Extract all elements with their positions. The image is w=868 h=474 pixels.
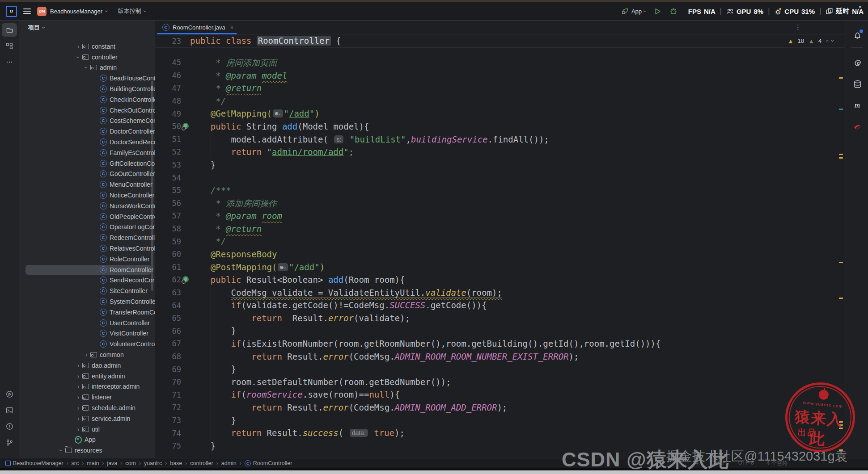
scrollbar-mark[interactable] bbox=[839, 157, 843, 159]
tree-item-MenuController[interactable]: CMenuController bbox=[19, 179, 155, 190]
breadcrumb-item-main[interactable]: main bbox=[87, 460, 99, 466]
tree-item-GoOutController[interactable]: CGoOutController bbox=[19, 169, 155, 180]
tree-item-interceptor.admin[interactable]: ›interceptor.admin bbox=[19, 382, 155, 392]
breadcrumb-item-admin[interactable]: admin bbox=[221, 460, 237, 466]
code-line-55[interactable]: 55 /*** bbox=[155, 184, 845, 197]
line-number[interactable]: 72 bbox=[155, 403, 181, 412]
line-number[interactable]: 60 bbox=[155, 250, 181, 259]
line-number[interactable]: 45 bbox=[155, 58, 181, 67]
tree-item-entity.admin[interactable]: ›entity.admin bbox=[19, 371, 155, 382]
tree-item-admin[interactable]: ›admin bbox=[19, 63, 155, 73]
line-number[interactable]: 47 bbox=[155, 84, 181, 92]
notifications-icon[interactable] bbox=[846, 29, 868, 42]
code-line-49[interactable]: 49 @GetMapping(⊕›"/add") bbox=[155, 107, 845, 120]
breadcrumb-item-yuanlrc[interactable]: yuanlrc bbox=[144, 460, 162, 466]
line-number[interactable]: 57 bbox=[155, 211, 181, 220]
tree-item-TransferRoomController[interactable]: CTransferRoomController bbox=[19, 307, 155, 318]
line-number[interactable]: 59 bbox=[155, 237, 181, 246]
scrollbar-mark[interactable] bbox=[839, 449, 843, 451]
idea-logo-icon[interactable]: IJ bbox=[6, 6, 17, 17]
line-number[interactable]: 69 bbox=[155, 365, 181, 374]
version-control-icon[interactable] bbox=[2, 436, 17, 449]
line-number[interactable]: 50 bbox=[155, 122, 181, 131]
structure-icon[interactable] bbox=[2, 39, 17, 53]
line-number[interactable]: 49 bbox=[155, 109, 181, 118]
chevron-collapsed-icon[interactable]: › bbox=[83, 351, 90, 358]
code-line-56[interactable]: 56 * 添加房间操作 bbox=[155, 197, 845, 210]
tree-item-OperatorLogController[interactable]: COperatorLogController bbox=[19, 222, 155, 233]
tree-item-constant[interactable]: ›constant bbox=[19, 41, 155, 52]
tree-item-controller[interactable]: ›controller bbox=[19, 52, 155, 63]
line-number[interactable]: 58 bbox=[155, 224, 181, 233]
chevron-collapsed-icon[interactable]: › bbox=[75, 426, 82, 433]
spring-mapping-gutter-icon[interactable] bbox=[182, 123, 189, 129]
url-mapping-inlay-icon[interactable]: ⊕› bbox=[278, 263, 288, 271]
line-number[interactable]: 55 bbox=[155, 186, 181, 195]
code-line-60[interactable]: 60 @ResponseBody bbox=[155, 248, 845, 261]
chevron-collapsed-icon[interactable]: › bbox=[75, 362, 82, 369]
code-line-51[interactable]: 51 model.addAttribute( s: "buildList",bu… bbox=[155, 133, 845, 146]
code-line-72[interactable]: 72 return Result.error(CodeMsg.ADMIN_ROO… bbox=[155, 401, 845, 414]
scrollbar-mark[interactable] bbox=[839, 77, 843, 79]
tree-item-RelativesController[interactable]: CRelativesController bbox=[19, 243, 155, 254]
chevron-expanded-icon[interactable]: › bbox=[75, 54, 82, 61]
tree-item-SystemController[interactable]: CSystemController bbox=[19, 296, 155, 307]
code-line-54[interactable]: 54 bbox=[155, 171, 845, 184]
plugin-icon[interactable] bbox=[846, 120, 868, 134]
line-number[interactable]: 53 bbox=[155, 160, 181, 169]
editor-options-icon[interactable]: ⋮ bbox=[795, 23, 801, 31]
problems-icon[interactable] bbox=[2, 419, 17, 433]
line-number[interactable]: 52 bbox=[155, 147, 181, 156]
code-line-63[interactable]: 63 CodeMsg validate = ValidateEntityUtil… bbox=[155, 286, 845, 299]
tree-item-CostSchemeController[interactable]: CCostSchemeController bbox=[19, 116, 155, 126]
tree-item-GiftCollectionController[interactable]: CGiftCollectionController bbox=[19, 158, 155, 169]
scrollbar-mark[interactable] bbox=[839, 109, 843, 110]
chevron-collapsed-icon[interactable]: › bbox=[75, 415, 82, 422]
code-line-52[interactable]: 52 return "admin/room/add"; bbox=[155, 146, 845, 159]
run-button[interactable] bbox=[654, 8, 661, 15]
breadcrumb-item-java[interactable]: java bbox=[107, 460, 117, 466]
tree-item-listener[interactable]: ›listener bbox=[19, 392, 155, 403]
breadcrumb-item-BeadhouseManager[interactable]: BeadhouseManager bbox=[5, 460, 64, 466]
tree-item-UserController[interactable]: CUserController bbox=[19, 318, 155, 328]
status-widget[interactable]: UTF-8 bbox=[738, 460, 754, 467]
tree-item-dao.admin[interactable]: ›dao.admin bbox=[19, 360, 155, 371]
code-line-64[interactable]: 64 if(validate.getCode()!=CodeMsg.SUCCES… bbox=[155, 299, 845, 312]
tab-roomcontroller[interactable]: C RoomController.java × bbox=[155, 21, 239, 34]
project-panel-header[interactable]: 项目 › bbox=[19, 21, 155, 35]
tree-item-BuildingController[interactable]: CBuildingController bbox=[19, 84, 155, 94]
close-icon[interactable]: × bbox=[230, 24, 234, 31]
scrollbar-mark[interactable] bbox=[839, 428, 843, 429]
line-number[interactable]: 48 bbox=[155, 96, 181, 105]
tree-item-CheckInController[interactable]: CCheckInController bbox=[19, 94, 155, 105]
tree-item-RedeemController[interactable]: CRedeemController bbox=[19, 232, 155, 243]
tree-item-common[interactable]: ›common bbox=[19, 349, 155, 360]
next-issue-icon[interactable]: › bbox=[829, 40, 836, 42]
chevron-collapsed-icon[interactable]: › bbox=[75, 383, 82, 390]
line-number[interactable]: 74 bbox=[155, 429, 181, 438]
tree-item-VisitController[interactable]: CVisitController bbox=[19, 328, 155, 339]
tree-item-util[interactable]: ›util bbox=[19, 424, 155, 435]
vcs-widget[interactable]: 版本控制 › bbox=[118, 7, 147, 15]
scrollbar-mark[interactable] bbox=[839, 262, 843, 263]
breadcrumb-item-com[interactable]: com bbox=[125, 460, 136, 466]
sticky-line[interactable]: 23 public class RoomController { ▲ 18 ▲ … bbox=[155, 34, 845, 48]
tree-item-App[interactable]: App bbox=[19, 434, 155, 445]
chevron-expanded-icon[interactable]: › bbox=[58, 447, 65, 454]
tree-item-RoomController[interactable]: CRoomController bbox=[19, 264, 155, 275]
breadcrumb-item-controller[interactable]: controller bbox=[190, 460, 213, 466]
scrollbar-mark[interactable] bbox=[839, 424, 843, 426]
code-viewport[interactable]: 45 * 房间添加页面46 * @param model47 * @return… bbox=[155, 47, 845, 467]
line-number[interactable]: 46 bbox=[155, 71, 181, 80]
code-line-67[interactable]: 67 if(isExistRoomNumber(room.getRoomNumb… bbox=[155, 337, 845, 350]
line-number[interactable]: 68 bbox=[155, 352, 181, 361]
status-widget[interactable]: CRLF bbox=[711, 460, 726, 467]
run-icon[interactable] bbox=[2, 387, 17, 401]
line-number[interactable]: 23 bbox=[155, 37, 181, 46]
breadcrumb-item-RoomController[interactable]: CRoomController bbox=[245, 460, 292, 466]
code-line-45[interactable]: 45 * 房间添加页面 bbox=[155, 56, 845, 69]
overlay-close-icon[interactable]: × bbox=[858, 4, 862, 10]
line-number[interactable]: 61 bbox=[155, 263, 181, 272]
tree-item-RoleController[interactable]: CRoleController bbox=[19, 254, 155, 264]
scrollbar-mark[interactable] bbox=[839, 298, 843, 299]
